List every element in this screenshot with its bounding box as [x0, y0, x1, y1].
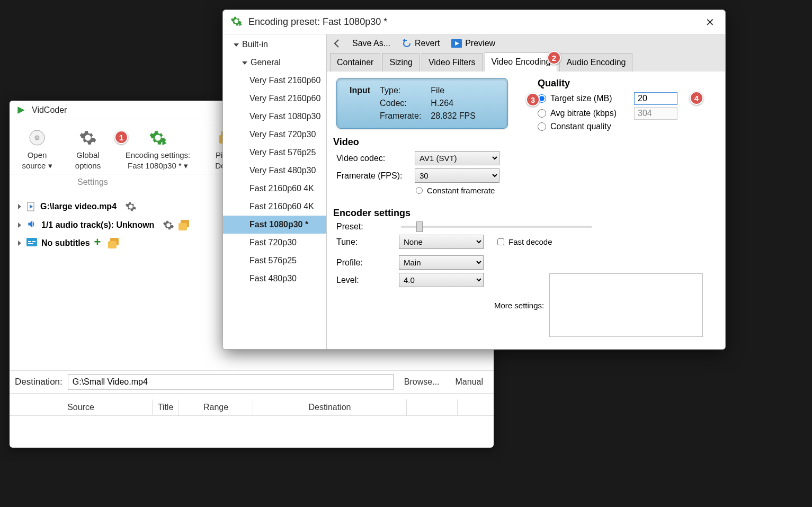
expander-icon[interactable] [18, 223, 21, 228]
constant-quality-radio[interactable] [538, 122, 546, 131]
framerate-select[interactable]: 30 [415, 168, 499, 183]
open-source-button[interactable]: Open source ▾ [12, 123, 63, 174]
svg-rect-11 [28, 241, 31, 242]
svg-rect-13 [28, 243, 33, 244]
add-icon[interactable]: + [94, 238, 104, 248]
tree-root[interactable]: Built-in [223, 35, 326, 54]
app-icon [16, 105, 26, 115]
tab-audio-encoding[interactable]: Audio Encoding [559, 53, 632, 72]
folder-icon[interactable] [179, 220, 191, 230]
tree-item[interactable]: Very Fast 720p30 [223, 126, 326, 144]
browse-button[interactable]: Browse... [399, 375, 445, 389]
framerate-label: Framerate (FPS): [336, 171, 411, 181]
destination-bar: Destination: Browse... Manual [10, 370, 494, 394]
subtitles-label: No subtitles [41, 238, 90, 248]
video-section-title: Video [333, 137, 516, 148]
annotation-badge-1: 1 [114, 130, 128, 144]
encoding-settings-button[interactable]: Encoding settings: Fast 1080p30 * ▾ [113, 123, 202, 174]
constant-framerate-label: Constant framerate [427, 186, 495, 195]
close-button[interactable]: ✕ [702, 16, 718, 29]
gear-icon[interactable] [163, 219, 174, 231]
col-range[interactable]: Range [179, 399, 253, 415]
preset-tree[interactable]: Built-in General Very Fast 2160p60 Very … [223, 34, 327, 349]
tree-group[interactable]: General [223, 54, 326, 72]
expander-icon[interactable] [18, 204, 21, 209]
tree-item[interactable]: Very Fast 2160p60 [223, 72, 326, 90]
col-title[interactable]: Title [153, 399, 179, 415]
tab-container[interactable]: Container [330, 53, 380, 72]
revert-button[interactable]: Revert [402, 39, 440, 48]
col-dest[interactable]: Destination [253, 399, 407, 415]
constant-quality-label: Constant quality [550, 122, 611, 131]
col-empty2[interactable] [458, 399, 494, 415]
preset-toolbar: Save As... Revert Preview [327, 34, 725, 52]
global-options-label: Global options [75, 150, 101, 171]
avg-bitrate-input [634, 107, 677, 120]
tree-item[interactable]: Very Fast 576p25 [223, 144, 326, 162]
profile-label: Profile: [336, 258, 395, 268]
level-label: Level: [336, 275, 395, 285]
preset-body: Built-in General Very Fast 2160p60 Very … [223, 34, 725, 349]
back-button[interactable] [333, 39, 341, 48]
tab-video-filters[interactable]: Video Filters [422, 53, 483, 72]
tree-item[interactable]: Very Fast 480p30 [223, 162, 326, 180]
col-empty1[interactable] [407, 399, 458, 415]
preview-button[interactable]: Preview [451, 39, 495, 48]
more-settings-label: More settings: [494, 301, 544, 310]
tree-item-selected[interactable]: Fast 1080p30 * [223, 216, 326, 234]
level-select[interactable]: 4.0 [399, 273, 484, 287]
avg-bitrate-label: Avg bitrate (kbps) [550, 109, 630, 118]
manual-button[interactable]: Manual [450, 375, 488, 389]
save-as-button[interactable]: Save As... [352, 39, 390, 48]
gear-icon[interactable] [125, 201, 137, 212]
encoder-section-title: Encoder settings [333, 208, 717, 219]
constant-framerate-radio[interactable] [416, 187, 423, 194]
annotation-badge-4: 4 [690, 91, 703, 105]
profile-select[interactable]: Main [399, 255, 484, 270]
col-source[interactable]: Source [10, 399, 153, 415]
preset-slider[interactable] [401, 226, 592, 228]
speaker-icon [26, 219, 37, 232]
global-options-button[interactable]: Global options [63, 123, 113, 174]
annotation-badge-3: 3 [526, 93, 540, 106]
video-codec-select[interactable]: AV1 (SVT) [415, 151, 499, 165]
tree-item[interactable]: Fast 480p30 [223, 270, 326, 288]
destination-input[interactable] [68, 374, 394, 390]
avg-bitrate-radio[interactable] [538, 109, 546, 118]
more-settings-textarea[interactable] [549, 273, 703, 337]
preset-slider-label: Preset: [336, 222, 395, 232]
svg-rect-15 [108, 241, 117, 248]
tune-select[interactable]: None [399, 235, 484, 249]
tree-item[interactable]: Fast 576p25 [223, 252, 326, 270]
preset-title: Encoding preset: Fast 1080p30 * [248, 16, 696, 28]
preset-window: Encoding preset: Fast 1080p30 * ✕ Built-… [222, 10, 726, 350]
disc-icon [28, 127, 46, 149]
audio-tracks-label: 1/1 audio track(s): Unknown [41, 220, 154, 230]
tab-video-encoding[interactable]: Video Encoding [485, 52, 558, 72]
queue-header: Source Title Range Destination [10, 399, 494, 416]
folder-icon[interactable] [108, 238, 121, 248]
source-file-label: G:\large video.mp4 [40, 202, 117, 211]
tree-item[interactable]: Fast 2160p60 4K [223, 198, 326, 216]
subtitle-icon [26, 238, 37, 248]
tab-bar: Container Sizing Video Filters Video Enc… [327, 52, 725, 72]
tree-item[interactable]: Very Fast 1080p30 [223, 108, 326, 126]
preset-gear-icon [149, 127, 167, 149]
target-size-input[interactable] [634, 92, 677, 105]
app-title: VidCoder [32, 105, 67, 115]
settings-group-caption: Settings [77, 177, 108, 187]
tree-item[interactable]: Very Fast 2160p60 [223, 90, 326, 108]
expander-icon[interactable] [18, 241, 21, 246]
tree-item[interactable]: Fast 720p30 [223, 234, 326, 252]
encoding-settings-label: Encoding settings: Fast 1080p30 * ▾ [126, 150, 191, 171]
quality-title: Quality [538, 78, 717, 89]
svg-rect-12 [32, 241, 35, 242]
tab-sizing[interactable]: Sizing [382, 53, 420, 72]
fast-decode-checkbox[interactable] [497, 238, 504, 245]
fast-decode-label: Fast decode [508, 237, 552, 246]
svg-rect-9 [179, 223, 187, 230]
video-file-icon [26, 202, 36, 211]
tree-item[interactable]: Fast 2160p60 4K [223, 180, 326, 198]
svg-point-2 [35, 136, 39, 140]
svg-marker-0 [17, 106, 24, 113]
